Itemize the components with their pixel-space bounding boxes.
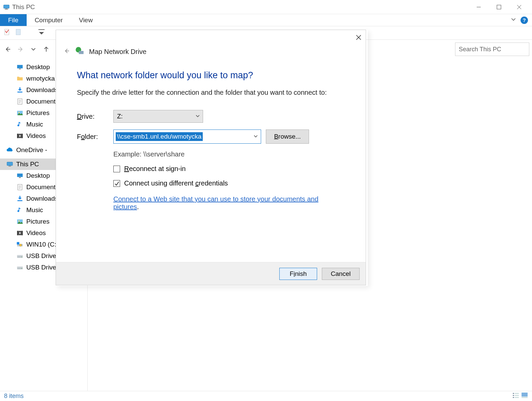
minimize-button[interactable] [469, 0, 489, 14]
window-title: This PC [12, 3, 35, 11]
svg-point-39 [18, 220, 20, 222]
videos-icon [16, 229, 24, 237]
history-dropdown-icon[interactable] [28, 44, 38, 54]
chevron-down-icon [253, 133, 258, 140]
folder-combobox[interactable]: \\cse-smb1.unl.edu\wmotycka [113, 130, 261, 144]
details-view-icon[interactable] [512, 392, 519, 400]
tree-label: Downloads [26, 86, 58, 94]
new-folder-icon[interactable] [15, 28, 22, 37]
svg-rect-48 [17, 255, 23, 256]
tree-label: Pictures [26, 109, 50, 117]
dialog-heading: What network folder would you like to ma… [77, 70, 345, 81]
download-icon [16, 86, 24, 94]
svg-rect-29 [7, 162, 13, 166]
svg-rect-51 [17, 266, 23, 267]
svg-point-49 [22, 257, 22, 257]
svg-rect-0 [4, 5, 9, 8]
drive-select[interactable]: Z: [113, 110, 203, 123]
forward-button[interactable] [16, 44, 26, 54]
svg-line-10 [28, 30, 32, 34]
disk-icon [16, 252, 24, 260]
svg-point-52 [22, 268, 22, 269]
dialog-instruction: Specify the drive letter for the connect… [77, 89, 345, 96]
chevron-down-icon [195, 113, 200, 120]
network-drive-icon [75, 46, 84, 57]
svg-rect-59 [522, 393, 528, 397]
svg-rect-45 [17, 242, 19, 245]
delete-icon[interactable] [26, 28, 34, 37]
properties-icon[interactable] [3, 28, 11, 37]
videos-icon [16, 132, 24, 140]
tree-label: wmotycka [26, 75, 55, 82]
tab-file[interactable]: File [0, 14, 27, 26]
credentials-checkbox[interactable] [113, 180, 120, 187]
svg-rect-32 [19, 177, 21, 178]
maximize-button[interactable] [489, 0, 509, 14]
desktop-icon [16, 63, 24, 71]
svg-rect-56 [515, 395, 519, 396]
tree-label: Documents [26, 98, 59, 105]
svg-rect-42 [22, 231, 23, 235]
svg-rect-16 [17, 65, 23, 68]
tree-label: Downloads [26, 195, 58, 202]
finish-button[interactable]: Finish [279, 268, 317, 280]
ribbon: File Computer View ? [0, 14, 532, 26]
tree-label: Documents [26, 183, 59, 191]
tree-label: Desktop [26, 172, 50, 179]
quickbar-dropdown-icon[interactable] [38, 28, 45, 37]
svg-rect-31 [17, 174, 23, 177]
dialog-title: Map Network Drive [89, 48, 146, 56]
cancel-button[interactable]: Cancel [322, 268, 360, 280]
title-bar: This PC [0, 0, 532, 14]
folder-value: \\cse-smb1.unl.edu\wmotycka [116, 132, 203, 141]
reconnect-label: Reconnect at sign-in [124, 165, 186, 173]
svg-rect-60 [522, 397, 528, 398]
browse-button[interactable]: Browse... [266, 130, 309, 144]
svg-rect-17 [19, 69, 21, 69]
svg-rect-41 [17, 231, 18, 235]
reconnect-checkbox[interactable] [113, 166, 120, 172]
svg-rect-30 [8, 166, 11, 167]
svg-rect-55 [513, 395, 514, 396]
svg-rect-65 [79, 51, 84, 54]
music-icon [16, 206, 24, 214]
folder-icon [16, 75, 24, 82]
close-button[interactable] [509, 0, 529, 14]
svg-rect-2 [5, 9, 8, 9]
tree-label: Pictures [26, 218, 50, 225]
svg-marker-12 [39, 32, 44, 34]
status-bar: 8 items [0, 391, 532, 401]
tab-view[interactable]: View [71, 14, 101, 26]
back-button[interactable] [3, 44, 13, 54]
tree-label: Music [26, 206, 43, 214]
example-text: Example: \\server\share [113, 150, 345, 158]
svg-rect-18 [18, 92, 23, 93]
website-link-row: Connect to a Web site that you can use t… [113, 195, 345, 211]
svg-point-46 [20, 244, 22, 246]
dialog-back-button[interactable] [63, 48, 70, 56]
svg-rect-53 [513, 393, 514, 394]
svg-rect-1 [5, 8, 7, 9]
map-network-drive-dialog: Map Network Drive What network folder wo… [56, 30, 366, 285]
dialog-close-button[interactable] [356, 34, 362, 42]
help-icon[interactable]: ? [521, 17, 528, 24]
up-button[interactable] [41, 44, 51, 54]
svg-rect-54 [515, 393, 519, 394]
music-icon [16, 121, 24, 128]
drive-label: Drive: [77, 113, 113, 120]
this-pc-icon [6, 161, 13, 168]
tab-computer[interactable]: Computer [27, 14, 71, 26]
svg-rect-57 [513, 397, 514, 398]
large-icons-view-icon[interactable] [521, 392, 528, 400]
disk-icon [16, 264, 24, 271]
tree-label: WIN10 (C:) [26, 241, 58, 248]
item-count: 8 items [4, 393, 24, 400]
expand-ribbon-icon[interactable] [510, 16, 516, 24]
search-input[interactable]: Search This PC [455, 42, 529, 56]
svg-rect-37 [18, 200, 23, 201]
this-pc-icon [3, 3, 10, 11]
tree-label: Videos [26, 229, 46, 237]
svg-rect-26 [17, 134, 18, 138]
website-link[interactable]: Connect to a Web site that you can use t… [113, 195, 318, 210]
pictures-icon [16, 109, 24, 117]
